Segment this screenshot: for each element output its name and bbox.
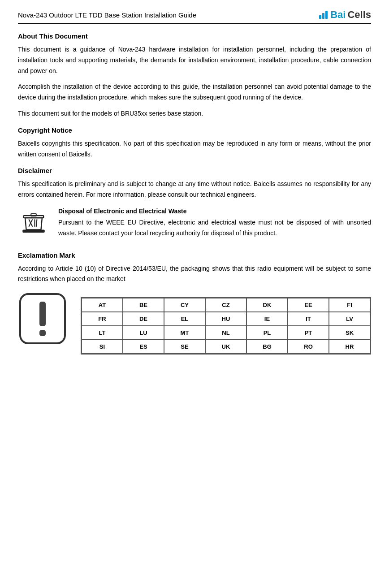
logo-text: Bai xyxy=(330,9,346,21)
weee-text-block: Disposal of Electronic and Electrical Wa… xyxy=(58,208,371,244)
country-code-cell: BG xyxy=(246,340,288,354)
country-code-cell: CY xyxy=(164,298,205,312)
document-title: Nova-243 Outdoor LTE TDD Base Station In… xyxy=(18,11,196,19)
copyright-para-1: Baicells copyrights this specification. … xyxy=(18,138,371,160)
copyright-section: Copyright Notice Baicells copyrights thi… xyxy=(18,126,371,160)
disclaimer-title: Disclaimer xyxy=(18,167,371,174)
svg-line-6 xyxy=(36,219,37,226)
baicells-logo: BaiCells xyxy=(319,9,371,21)
country-code-cell: HU xyxy=(205,312,246,326)
country-code-cell: EE xyxy=(288,298,329,312)
country-code-cell: HR xyxy=(329,340,370,354)
weee-icon xyxy=(18,208,49,239)
country-code-cell: ES xyxy=(123,340,164,354)
exclamation-title: Exclamation Mark xyxy=(18,251,371,259)
country-code-cell: SE xyxy=(164,340,205,354)
disclaimer-section: Disclaimer This specification is prelimi… xyxy=(18,167,371,200)
country-code-cell: SI xyxy=(82,340,123,354)
disclaimer-para-1: This specification is preliminary and is… xyxy=(18,179,371,200)
country-code-cell: EL xyxy=(164,312,205,326)
about-para-1: This document is a guidance of Nova-243 … xyxy=(18,44,371,76)
weee-section: Disposal of Electronic and Electrical Wa… xyxy=(18,208,371,244)
exclamation-svg xyxy=(18,292,67,346)
country-code-cell: MT xyxy=(164,326,205,340)
svg-rect-2 xyxy=(31,214,36,216)
country-code-cell: FR xyxy=(82,312,123,326)
page-header: Nova-243 Outdoor LTE TDD Base Station In… xyxy=(18,9,371,24)
country-code-cell: IE xyxy=(246,312,288,326)
country-code-cell: DK xyxy=(246,298,288,312)
exclamation-content-block: ATBECYCZDKEEFIFRDEELHUIEITLVLTLUMTNLPLPT… xyxy=(18,292,371,355)
country-code-cell: BE xyxy=(123,298,164,312)
country-code-cell: LV xyxy=(329,312,370,326)
wave3 xyxy=(325,11,328,19)
about-para-2: Accomplish the installation of the devic… xyxy=(18,82,371,103)
country-code-cell: PT xyxy=(288,326,329,340)
country-code-cell: DE xyxy=(123,312,164,326)
country-code-cell: SK xyxy=(329,326,370,340)
exclamation-section: Exclamation Mark According to Article 10… xyxy=(18,251,371,355)
country-code-cell: CZ xyxy=(205,298,246,312)
country-code-cell: RO xyxy=(288,340,329,354)
about-para-3: This document suit for the models of BRU… xyxy=(18,108,371,119)
svg-rect-8 xyxy=(39,302,46,326)
country-code-cell: PL xyxy=(246,326,288,340)
country-code-cell: LU xyxy=(123,326,164,340)
about-title: About This Document xyxy=(18,32,371,40)
exclamation-para: According to Article 10 (10) of Directiv… xyxy=(18,264,371,285)
copyright-title: Copyright Notice xyxy=(18,126,371,134)
about-section: About This Document This document is a g… xyxy=(18,32,371,119)
exclamation-mark-icon xyxy=(18,292,72,347)
country-code-cell: FI xyxy=(329,298,370,312)
country-code-cell: UK xyxy=(205,340,246,354)
weee-para: Pursuant to the WEEE EU Directive, elect… xyxy=(58,217,371,239)
country-code-cell: LT xyxy=(82,326,123,340)
weee-title: Disposal of Electronic and Electrical Wa… xyxy=(58,208,371,215)
country-code-cell: AT xyxy=(82,298,123,312)
country-code-cell: IT xyxy=(288,312,329,326)
wave2 xyxy=(322,13,324,19)
country-code-cell: NL xyxy=(205,326,246,340)
svg-rect-9 xyxy=(39,330,46,336)
country-codes-block: ATBECYCZDKEEFIFRDEELHUIEITLVLTLUMTNLPLPT… xyxy=(81,292,371,355)
wave1 xyxy=(319,15,321,19)
country-grid: ATBECYCZDKEEFIFRDEELHUIEITLVLTLUMTNLPLPT… xyxy=(81,297,371,355)
weee-svg-icon xyxy=(20,208,47,239)
logo-waves-icon xyxy=(319,11,328,19)
logo-text-cells: Cells xyxy=(347,9,371,21)
